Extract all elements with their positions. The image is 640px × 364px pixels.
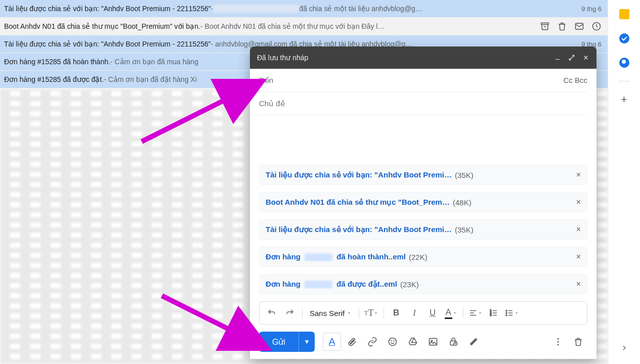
attachment-item[interactable]: Tài liệu được chia sẻ với bạn: "Anhdv Bo… [259, 165, 587, 185]
email-subject: Boot Anhdv N01 đã chia sẻ thư mục "Boot_… [4, 22, 200, 30]
attachment-name: Đơn hàng đã hoàn thành..eml [266, 252, 406, 261]
attachment-size: (48K) [453, 198, 472, 207]
attachment-size: (35K) [455, 225, 474, 234]
attachment-name: Tài liệu được chia sẻ với bạn: "Anhdv Bo… [266, 170, 452, 179]
attachment-item[interactable]: Đơn hàng đã được đặt..eml (23K) × [259, 274, 587, 294]
subject-input[interactable] [259, 99, 587, 108]
attachment-size: (35K) [455, 171, 474, 179]
email-subject: Đơn hàng #15285 đã hoàn thành. [4, 58, 110, 66]
attachment-name: Tài liệu được chia sẻ với bạn: "Anhdv Bo… [266, 225, 452, 234]
compose-window: Đã lưu thư nháp Đến Cc Bcc Tài liệu được… [250, 47, 596, 359]
divider [618, 81, 630, 81]
attachment-item[interactable]: Tài liệu được chia sẻ với bạn: "Anhdv Bo… [259, 219, 587, 240]
keep-icon[interactable] [618, 8, 630, 20]
email-preview: - Cảm ơn bạn đã mua hàng [110, 58, 198, 66]
subject-field-row [259, 92, 587, 115]
attachment-name: Boot Anhdv N01 đã chia sẻ thư mục "Boot_… [266, 198, 450, 207]
svg-text:3: 3 [490, 313, 492, 316]
minimize-icon[interactable] [554, 54, 561, 61]
bullet-list-icon[interactable] [504, 305, 520, 321]
svg-rect-0 [541, 23, 549, 24]
pen-icon[interactable] [464, 333, 483, 351]
confidential-icon[interactable] [444, 333, 462, 351]
email-date: 9 thg 6 [577, 5, 602, 13]
svg-point-16 [558, 338, 559, 340]
tasks-icon[interactable] [618, 32, 630, 44]
remove-attachment-icon[interactable]: × [576, 198, 581, 207]
mark-read-icon[interactable] [574, 21, 584, 31]
drive-icon[interactable] [404, 333, 422, 351]
to-field-row: Đến Cc Bcc [259, 69, 587, 92]
send-options-button[interactable]: ▼ [298, 332, 315, 352]
close-icon[interactable] [582, 54, 589, 61]
svg-point-11 [394, 341, 394, 341]
emoji-icon[interactable] [383, 333, 402, 351]
archive-icon[interactable] [540, 21, 550, 31]
redo-icon[interactable] [282, 305, 298, 321]
remove-attachment-icon[interactable]: × [576, 225, 581, 234]
to-input[interactable] [278, 76, 563, 84]
contacts-icon[interactable] [618, 57, 630, 69]
remove-attachment-icon[interactable]: × [576, 252, 581, 261]
format-toolbar: Sans Serif TT B I U A 123 [259, 301, 587, 325]
attachment-name: Đơn hàng đã được đặt..eml [266, 280, 397, 289]
email-subject: Đơn hàng #15285 đã được đặt. [4, 75, 104, 83]
font-size-icon[interactable]: TT [363, 305, 379, 321]
svg-line-19 [142, 83, 258, 142]
bold-icon[interactable]: B [388, 305, 404, 321]
svg-point-10 [391, 341, 392, 341]
font-family-select[interactable]: Sans Serif [307, 309, 355, 317]
attachment-item[interactable]: Đơn hàng đã hoàn thành..eml (22K) × [259, 247, 587, 267]
compose-editor[interactable] [259, 115, 587, 165]
svg-point-6 [506, 310, 507, 311]
attachment-item[interactable]: Boot Anhdv N01 đã chia sẻ thư mục "Boot_… [259, 192, 587, 212]
email-subject: Tài liệu được chia sẻ với bạn: "Anhdv Bo… [4, 5, 211, 13]
svg-point-9 [389, 338, 397, 346]
align-icon[interactable] [467, 305, 484, 321]
attachments-list: Tài liệu được chia sẻ với bạn: "Anhdv Bo… [259, 165, 587, 298]
svg-point-18 [558, 344, 559, 345]
annotation-arrow [157, 291, 273, 356]
chevron-right-icon[interactable] [618, 342, 630, 354]
remove-attachment-icon[interactable]: × [576, 280, 581, 289]
email-preview: - Boot Anhdv N01 đã chia sẻ một thư mục … [200, 22, 385, 30]
italic-icon[interactable]: I [406, 305, 422, 321]
email-row[interactable]: Tài liệu được chia sẻ với bạn: "Anhdv Bo… [0, 0, 608, 18]
underline-icon[interactable]: U [424, 305, 441, 321]
email-preview: đã chia sẻ một tài liệu anhdvblog@g… [299, 5, 422, 13]
image-icon[interactable] [424, 333, 442, 351]
formatting-toggle-icon[interactable]: A [323, 333, 341, 351]
compose-header: Đã lưu thư nháp [250, 47, 596, 69]
attachment-size: (22K) [409, 253, 428, 261]
annotation-arrow [137, 78, 268, 149]
side-panel: + [608, 0, 640, 364]
bcc-button[interactable]: Bcc [575, 76, 587, 84]
text-color-icon[interactable]: A [443, 305, 459, 321]
svg-point-17 [558, 341, 559, 343]
remove-attachment-icon[interactable]: × [576, 170, 581, 179]
snooze-icon[interactable] [591, 21, 602, 31]
discard-icon[interactable] [569, 333, 587, 351]
svg-line-20 [162, 296, 263, 346]
compose-bottom-bar: Gửi ▼ A [250, 332, 596, 359]
cc-button[interactable]: Cc [563, 76, 572, 84]
fullscreen-icon[interactable] [568, 54, 575, 61]
email-row[interactable]: Boot Anhdv N01 đã chia sẻ thư mục "Boot_… [0, 18, 608, 35]
link-icon[interactable] [363, 333, 381, 351]
svg-point-7 [506, 312, 507, 313]
attachment-size: (23K) [400, 280, 419, 289]
attach-icon[interactable] [343, 333, 361, 351]
compose-title: Đã lưu thư nháp [257, 54, 308, 62]
numbered-list-icon[interactable]: 123 [486, 305, 502, 321]
svg-point-8 [506, 314, 507, 315]
email-subject: Tài liệu được chia sẻ với bạn: "Anhdv Bo… [4, 40, 211, 48]
more-options-icon[interactable] [549, 333, 567, 351]
delete-icon[interactable] [557, 21, 567, 31]
add-addon-icon[interactable]: + [618, 94, 630, 106]
